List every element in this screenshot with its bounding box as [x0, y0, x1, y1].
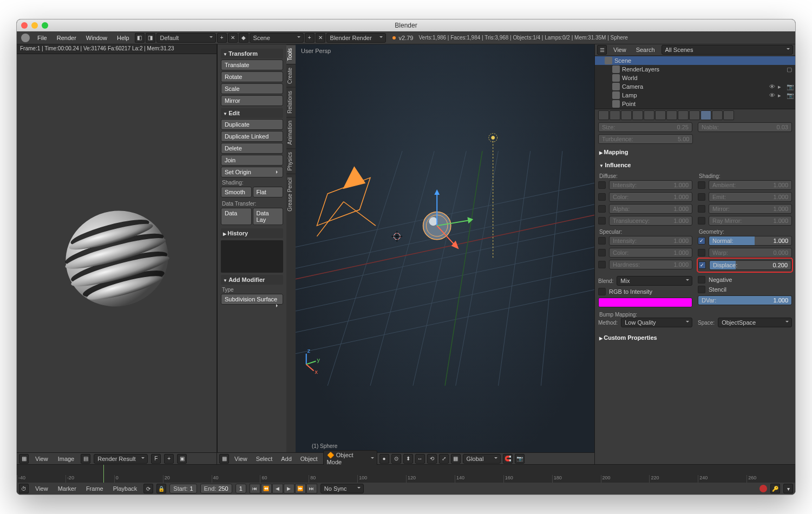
- render-preview-icon[interactable]: 📷: [515, 454, 525, 464]
- keying-set-icon[interactable]: 🔑: [770, 484, 780, 493]
- image-add-icon[interactable]: +: [164, 454, 174, 464]
- image-browse-icon[interactable]: ▤: [81, 454, 90, 464]
- scene-dropdown[interactable]: Scene: [250, 33, 304, 43]
- field-turbulence[interactable]: Turbulence:5.00: [598, 134, 693, 144]
- scene-add-icon[interactable]: +: [305, 33, 315, 43]
- outliner-type-icon[interactable]: ☰: [597, 45, 607, 55]
- tl-menu-view[interactable]: View: [32, 484, 51, 493]
- tab-renderlayers-icon[interactable]: [610, 110, 620, 120]
- field-diff-translucency[interactable]: Translucency:1.000: [609, 216, 692, 226]
- tab-world-icon[interactable]: [632, 110, 643, 120]
- btn-duplicate[interactable]: Duplicate: [221, 119, 283, 130]
- field-geo-displace[interactable]: Displace:0.200: [709, 260, 791, 270]
- field-geo-warp[interactable]: Warp:0.000: [709, 248, 792, 258]
- check-diff-transl[interactable]: [598, 217, 606, 225]
- check-spec-color[interactable]: [598, 249, 606, 256]
- panel-add-modifier[interactable]: Add Modifier: [221, 275, 283, 285]
- pivot-icon[interactable]: ⊙: [391, 454, 401, 464]
- layers-icon[interactable]: ▦: [451, 454, 461, 464]
- check-shad-emit[interactable]: [698, 193, 705, 201]
- tab-physics-icon[interactable]: [723, 110, 734, 120]
- field-current-frame[interactable]: 1: [235, 484, 246, 493]
- check-spec-intensity[interactable]: [598, 237, 606, 245]
- tl-menu-marker[interactable]: Marker: [55, 484, 80, 493]
- manip-toggle-icon[interactable]: ⬍: [403, 454, 413, 464]
- field-dvar[interactable]: DVar:1.000: [698, 295, 792, 305]
- scene-browse-icon[interactable]: ◆: [239, 33, 248, 43]
- field-spec-hardness[interactable]: Hardness:1.000: [609, 260, 692, 269]
- btn-mirror[interactable]: Mirror: [221, 95, 283, 106]
- field-end-frame[interactable]: End:250: [200, 484, 232, 493]
- section-influence[interactable]: Influence: [598, 160, 792, 170]
- check-spec-hardness[interactable]: [598, 261, 606, 268]
- render-slot-dropdown[interactable]: Render Result: [94, 454, 148, 464]
- field-nabla[interactable]: Nabla:0.03: [698, 122, 792, 132]
- tab-texture-icon[interactable]: [700, 110, 711, 120]
- history-list[interactable]: [221, 240, 283, 273]
- btn-translate[interactable]: Translate: [221, 60, 283, 70]
- vp-menu-add[interactable]: Add: [278, 454, 295, 463]
- outliner-world[interactable]: World: [595, 74, 795, 82]
- panel-transform[interactable]: Transform: [221, 49, 283, 58]
- field-shad-ambient[interactable]: Ambient:1.000: [709, 180, 792, 190]
- tab-animation[interactable]: Animation: [286, 117, 296, 148]
- check-shad-raymirror[interactable]: [698, 217, 705, 225]
- vp-menu-select[interactable]: Select: [253, 454, 276, 463]
- check-geo-normal[interactable]: [698, 237, 705, 245]
- dropdown-bump-method[interactable]: Low Quality: [621, 318, 692, 327]
- field-spec-intensity[interactable]: Intensity:1.000: [609, 236, 692, 246]
- color-swatch[interactable]: [598, 298, 692, 307]
- layout-next-icon[interactable]: ◨: [146, 33, 155, 43]
- outliner-scene[interactable]: Scene: [595, 56, 795, 65]
- outliner-camera[interactable]: Camera👁▸📷: [595, 82, 795, 91]
- panel-edit[interactable]: Edit: [221, 108, 283, 118]
- panel-history[interactable]: History: [221, 228, 283, 238]
- tab-modifiers-icon[interactable]: [666, 110, 677, 120]
- tab-create[interactable]: Create: [286, 64, 296, 87]
- menu-render[interactable]: Render: [53, 33, 81, 43]
- engine-dropdown[interactable]: Blender Render: [326, 33, 386, 43]
- jump-end-icon[interactable]: ⏭: [306, 484, 317, 493]
- field-diff-color[interactable]: Color:1.000: [609, 192, 692, 202]
- viewport-canvas[interactable]: User Persp: [296, 44, 594, 452]
- outliner-point[interactable]: Point: [595, 100, 795, 108]
- field-size[interactable]: Size:0.25: [598, 122, 692, 132]
- vp-menu-object[interactable]: Object: [297, 454, 321, 463]
- check-shad-mirror[interactable]: [698, 205, 705, 213]
- snap-icon[interactable]: 🧲: [503, 454, 513, 464]
- shading-icon[interactable]: ●: [379, 454, 389, 464]
- menu-help[interactable]: Help: [113, 33, 134, 43]
- manip-translate-icon[interactable]: ↔: [415, 454, 425, 464]
- tab-particles-icon[interactable]: [712, 110, 723, 120]
- sync-dropdown[interactable]: No Sync: [320, 484, 364, 493]
- outliner-search[interactable]: Search: [633, 45, 658, 54]
- outliner-scope-dropdown[interactable]: All Scenes: [662, 45, 793, 55]
- btn-duplicate-linked[interactable]: Duplicate Linked: [221, 131, 283, 142]
- tab-data-icon[interactable]: [678, 110, 689, 120]
- keyframe-prev-icon[interactable]: ⏪: [261, 484, 272, 493]
- field-shad-raymirror[interactable]: Ray Mirror:1.000: [709, 216, 792, 226]
- tab-object-icon[interactable]: [644, 110, 654, 120]
- tab-constraints-icon[interactable]: [655, 110, 666, 120]
- autokey-record-icon[interactable]: [759, 485, 767, 492]
- check-shad-ambient[interactable]: [698, 181, 705, 189]
- editor-type-icon[interactable]: ▦: [19, 454, 29, 464]
- field-geo-normal[interactable]: Normal:1.000: [709, 236, 792, 246]
- layout-add-icon[interactable]: +: [217, 33, 227, 43]
- play-reverse-icon[interactable]: ◀: [272, 484, 283, 493]
- field-shad-mirror[interactable]: Mirror:1.000: [709, 204, 792, 214]
- check-stencil[interactable]: [698, 286, 705, 293]
- btn-join[interactable]: Join: [221, 155, 283, 166]
- orientation-dropdown[interactable]: Global: [463, 454, 501, 464]
- tab-scene-icon[interactable]: [621, 110, 632, 120]
- manip-rotate-icon[interactable]: ⟲: [427, 454, 437, 464]
- render-menu-image[interactable]: Image: [55, 454, 78, 463]
- btn-smooth[interactable]: Smooth: [221, 187, 252, 197]
- outliner-renderlayers[interactable]: RenderLayers▢: [595, 65, 795, 74]
- timeline-type-icon[interactable]: ⏱: [19, 484, 29, 493]
- btn-set-origin[interactable]: Set Origin: [221, 167, 283, 177]
- menu-file[interactable]: File: [33, 33, 51, 43]
- check-diff-color[interactable]: [598, 193, 606, 201]
- dropdown-modifier-type[interactable]: Subdivision Surface: [221, 294, 283, 305]
- dropdown-blend[interactable]: Mix: [617, 276, 692, 286]
